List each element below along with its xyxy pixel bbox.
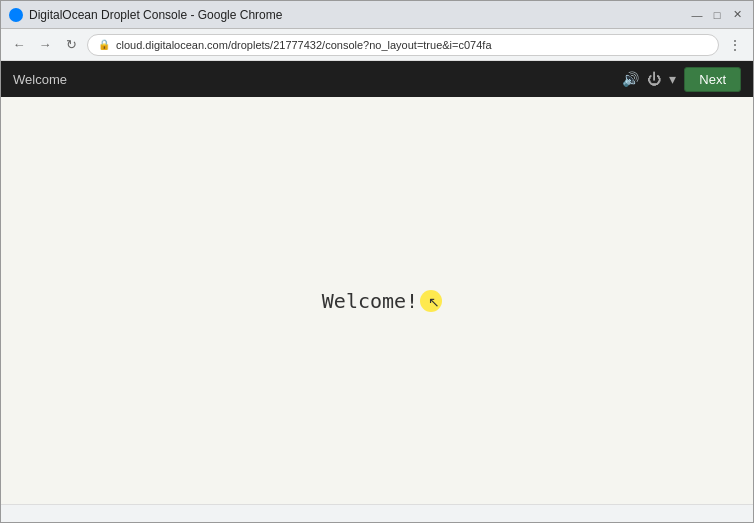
menu-icon[interactable]: ▾: [669, 71, 676, 87]
tab-title: DigitalOcean Droplet Console - Google Ch…: [29, 8, 282, 22]
url-text: cloud.digitalocean.com/droplets/21777432…: [116, 39, 492, 51]
console-toolbar: Welcome 🔊 ⏻ ▾ Next: [1, 61, 753, 97]
welcome-text: Welcome!: [322, 289, 418, 313]
lock-icon: 🔒: [98, 39, 110, 50]
maximize-button[interactable]: □: [709, 7, 725, 23]
power-icon[interactable]: ⏻: [647, 71, 661, 87]
forward-button[interactable]: →: [35, 35, 55, 55]
terminal-screen[interactable]: Welcome! ↖: [1, 97, 753, 504]
window-controls: — □ ✕: [689, 7, 745, 23]
title-bar-left: DigitalOcean Droplet Console - Google Ch…: [9, 8, 282, 22]
address-right-controls: ⋮: [725, 35, 745, 55]
browser-window: DigitalOcean Droplet Console - Google Ch…: [0, 0, 754, 523]
extensions-icon[interactable]: ⋮: [725, 35, 745, 55]
next-button[interactable]: Next: [684, 67, 741, 92]
url-box[interactable]: 🔒 cloud.digitalocean.com/droplets/217774…: [87, 34, 719, 56]
close-button[interactable]: ✕: [729, 7, 745, 23]
console-controls: 🔊 ⏻ ▾ Next: [622, 67, 741, 92]
cursor-arrow: ↖: [428, 294, 440, 310]
tab-favicon: [9, 8, 23, 22]
minimize-button[interactable]: —: [689, 7, 705, 23]
welcome-container: Welcome! ↖: [322, 289, 432, 313]
console-area: Welcome 🔊 ⏻ ▾ Next Welcome! ↖: [1, 61, 753, 504]
sound-icon[interactable]: 🔊: [622, 71, 639, 87]
title-bar: DigitalOcean Droplet Console - Google Ch…: [1, 1, 753, 29]
console-title: Welcome: [13, 72, 67, 87]
address-bar: ← → ↻ 🔒 cloud.digitalocean.com/droplets/…: [1, 29, 753, 61]
back-button[interactable]: ←: [9, 35, 29, 55]
reload-button[interactable]: ↻: [61, 35, 81, 55]
status-bar: [1, 504, 753, 522]
